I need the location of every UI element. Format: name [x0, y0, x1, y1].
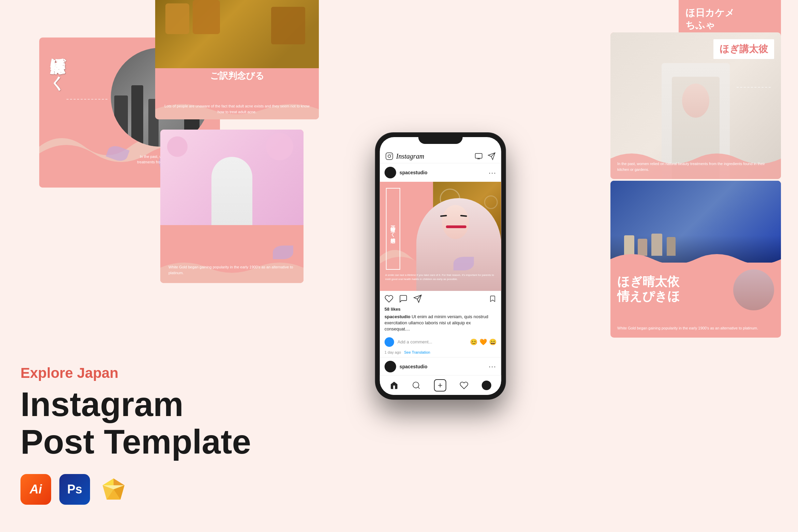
illustrator-icon: Ai	[20, 474, 51, 505]
post-image: 輪壁ーのく態構 A smile can last a lifetime if y…	[380, 182, 501, 291]
likes-count: 58 likes	[380, 307, 501, 313]
product-info-section: Explore Japan Instagram Post Template Ai…	[20, 365, 251, 505]
explore-label: Explore Japan	[20, 365, 251, 381]
comment-row: Add a comment... 😊 🧡 😄	[380, 335, 501, 349]
nav-profile-button[interactable]	[482, 381, 491, 390]
main-title: Instagram Post Template	[20, 385, 251, 460]
phone-outer: Instagram sp	[376, 133, 505, 399]
post-actions-left	[385, 294, 422, 303]
comment-button[interactable]	[399, 294, 408, 303]
post-caption: spacestudio Ut enim ad minim veniam, qui…	[380, 313, 501, 335]
post-header: spacestudio ···	[380, 163, 501, 182]
cherry-card-sub-text: White Gold began gaining popularity in t…	[168, 264, 295, 276]
rb-circle-photo	[733, 269, 774, 310]
more-options-button[interactable]: ···	[489, 169, 497, 177]
second-post-header: spacestudio ···	[380, 357, 501, 376]
post-image-caption: A smile can last a lifetime if you take …	[385, 273, 498, 281]
see-translation-link[interactable]: See Translation	[404, 350, 430, 354]
nav-search-button[interactable]	[412, 381, 421, 390]
rb-sub-text: White Gold began gaining popularity in t…	[617, 325, 774, 331]
svg-rect-3	[475, 153, 482, 158]
card-sub-text: Lots of people are unaware of the fact t…	[162, 103, 312, 115]
send-icon[interactable]	[488, 152, 496, 160]
post-username: spacestudio	[400, 170, 428, 175]
purple-leaf-3	[273, 246, 293, 259]
post-user-info: spacestudio	[385, 167, 428, 178]
header-action-icons	[475, 152, 496, 160]
instagram-wordmark: Instagram	[396, 152, 424, 160]
phone-notch	[418, 133, 463, 144]
deco-dash-rt	[737, 87, 771, 88]
far-rt-jp-text: ほ日カケメ ちふゃ	[685, 7, 735, 32]
post-avatar	[385, 167, 396, 178]
svg-rect-0	[386, 153, 393, 160]
template-card-top-center: ご訳判念びる Lots of people are unaware of the…	[155, 0, 319, 119]
jp-vertical-text-tl: 供総帰ぼく	[49, 48, 67, 82]
template-card-center: White Gold began gaining popularity in t…	[160, 130, 304, 283]
smile-emoji[interactable]: 😊	[470, 338, 477, 346]
deco-dash-1	[66, 99, 107, 100]
post-time: 1 day ago See Translation	[380, 349, 501, 357]
sketch-icon	[98, 474, 129, 505]
second-post-user: spacestudio	[385, 361, 428, 372]
template-card-right-bottom: ほぎ晴太依情えぴきほ White Gold began gaining popu…	[610, 181, 781, 338]
post-actions	[380, 291, 501, 307]
heart-emoji[interactable]: 🧡	[479, 338, 487, 346]
nav-new-post-button[interactable]	[434, 379, 446, 391]
phone-mockup: Instagram sp	[376, 133, 505, 399]
instagram-logo: Instagram	[385, 152, 424, 160]
second-post-more[interactable]: ···	[489, 363, 497, 370]
sketch-logo-svg	[100, 476, 127, 503]
like-button[interactable]	[385, 294, 394, 303]
post-jp-vertical-text: 輪壁ーのく態構	[386, 188, 400, 270]
svg-point-10	[413, 382, 419, 388]
svg-point-1	[388, 155, 391, 158]
kanji-white-box: ほぎ講太彼	[713, 39, 774, 59]
tv-icon[interactable]	[475, 152, 483, 160]
more-emoji[interactable]: 😄	[489, 338, 497, 346]
emoji-buttons: 😊 🧡 😄	[470, 338, 497, 346]
second-post-avatar	[385, 361, 396, 372]
plus-icon	[437, 382, 444, 389]
rt-sub-text: In the past, women relied on natural bea…	[617, 161, 774, 172]
post-purple-leaf	[454, 257, 474, 270]
bookmark-button[interactable]	[489, 295, 497, 302]
nav-home-button[interactable]	[390, 381, 399, 390]
svg-line-11	[418, 387, 420, 389]
svg-point-2	[391, 154, 391, 155]
card-photo-area	[155, 0, 319, 68]
cherry-photo-area	[160, 130, 304, 225]
template-card-right-top: ほぎ講太彼 In the past, women relied on natur…	[610, 32, 781, 179]
comment-input[interactable]: Add a comment...	[398, 339, 467, 344]
photoshop-icon: Ps	[59, 474, 90, 505]
phone-screen: Instagram sp	[380, 137, 501, 395]
share-button[interactable]	[413, 294, 422, 303]
instagram-nav-bar	[380, 375, 501, 395]
nav-activity-button[interactable]	[459, 381, 468, 390]
jp-title-text: ご訳判念びる	[155, 70, 319, 82]
app-icons-row: Ai Ps	[20, 474, 251, 505]
second-post-username: spacestudio	[400, 364, 428, 369]
comment-avatar	[385, 337, 394, 347]
caption-username: spacestudio	[385, 314, 411, 319]
camera-icon	[385, 152, 394, 160]
